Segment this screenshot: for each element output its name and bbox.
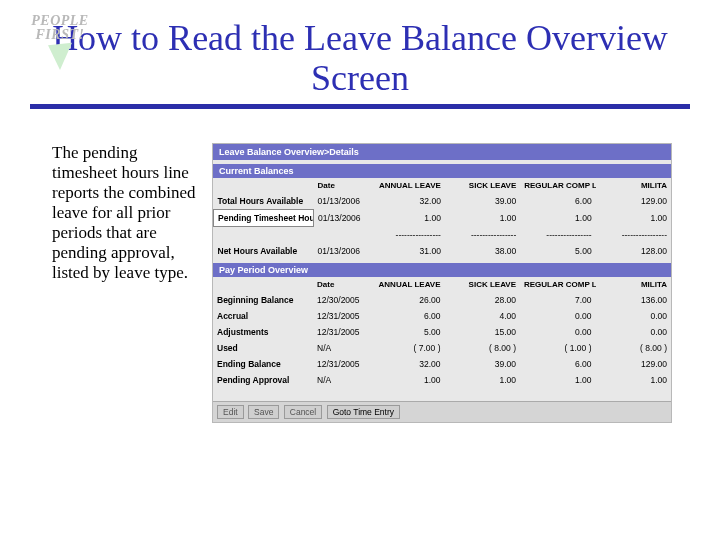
row-value: 5.00 — [369, 324, 445, 340]
row-date: 01/13/2006 — [314, 243, 370, 259]
row-date: 12/30/2005 — [313, 292, 369, 308]
row-value: 32.00 — [369, 356, 445, 372]
table-row: Pending ApprovalN/A1.001.001.001.00 — [213, 372, 671, 388]
row-value: 1.00 — [520, 372, 596, 388]
row-value: 1.00 — [520, 210, 595, 227]
col-header: MILITA — [596, 178, 671, 193]
col-header — [214, 178, 314, 193]
goto-time-entry-button[interactable]: Goto Time Entry — [327, 405, 400, 419]
row-date: 01/13/2006 — [314, 210, 370, 227]
row-value: 6.00 — [369, 308, 445, 324]
row-date: N/A — [313, 372, 369, 388]
pay-period-table: DateANNUAL LEAVESICK LEAVEREGULAR COMP L… — [213, 277, 671, 388]
table-row: Ending Balance12/31/200532.0039.006.0012… — [213, 356, 671, 372]
row-label: Used — [213, 340, 313, 356]
row-value: 128.00 — [596, 243, 671, 259]
row-value: 1.00 — [445, 210, 520, 227]
row-value: 6.00 — [520, 356, 596, 372]
section-current-balances: Current Balances — [213, 164, 671, 178]
logo-line1: PEOPLE — [10, 14, 110, 28]
row-value: 39.00 — [445, 356, 521, 372]
row-value: 136.00 — [596, 292, 672, 308]
row-value: ( 8.00 ) — [445, 340, 521, 356]
row-value: 15.00 — [445, 324, 521, 340]
row-value: ---------------- — [445, 227, 520, 243]
row-label: Ending Balance — [213, 356, 313, 372]
row-value: 4.00 — [445, 308, 521, 324]
row-value: 39.00 — [445, 193, 520, 210]
col-header: ANNUAL LEAVE — [370, 178, 445, 193]
row-date: 01/13/2006 — [314, 193, 370, 210]
row-value: 0.00 — [520, 324, 596, 340]
row-label: Pending Timesheet Hours — [214, 210, 314, 227]
row-value: 1.00 — [370, 210, 445, 227]
col-header: REGULAR COMP LEAVE — [520, 277, 596, 292]
row-label: Adjustments — [213, 324, 313, 340]
row-value: ---------------- — [520, 227, 595, 243]
cancel-button[interactable]: Cancel — [284, 405, 322, 419]
row-value: 7.00 — [520, 292, 596, 308]
row-value: 26.00 — [369, 292, 445, 308]
row-value: 32.00 — [370, 193, 445, 210]
row-label: Total Hours Available — [214, 193, 314, 210]
row-value: 1.00 — [445, 372, 521, 388]
table-row: Accrual12/31/20056.004.000.000.00 — [213, 308, 671, 324]
current-balances-table: DateANNUAL LEAVESICK LEAVEREGULAR COMP L… — [213, 178, 671, 259]
row-date: 12/31/2005 — [313, 356, 369, 372]
row-label: Net Hours Available — [214, 243, 314, 259]
row-value: 0.00 — [596, 324, 672, 340]
row-value: ---------------- — [370, 227, 445, 243]
row-value: 1.00 — [596, 372, 672, 388]
screenshot-header: Leave Balance Overview>Details — [213, 144, 671, 160]
row-value: 129.00 — [596, 193, 671, 210]
row-label: Accrual — [213, 308, 313, 324]
row-date: 12/31/2005 — [313, 308, 369, 324]
row-value: 1.00 — [369, 372, 445, 388]
row-value: 28.00 — [445, 292, 521, 308]
save-button[interactable]: Save — [248, 405, 279, 419]
row-value: ( 1.00 ) — [520, 340, 596, 356]
col-header: SICK LEAVE — [445, 178, 520, 193]
col-header: Date — [314, 178, 370, 193]
row-value: 6.00 — [520, 193, 595, 210]
row-value: 0.00 — [520, 308, 596, 324]
row-value: ( 8.00 ) — [596, 340, 672, 356]
row-value: 31.00 — [370, 243, 445, 259]
col-header: Date — [313, 277, 369, 292]
page-title: How to Read the Leave Balance Overview S… — [40, 18, 680, 98]
row-date: 12/31/2005 — [313, 324, 369, 340]
title-underline — [30, 104, 690, 109]
row-value: 5.00 — [520, 243, 595, 259]
table-row: Beginning Balance12/30/200526.0028.007.0… — [213, 292, 671, 308]
table-row: UsedN/A( 7.00 )( 8.00 )( 1.00 )( 8.00 ) — [213, 340, 671, 356]
row-value: 38.00 — [445, 243, 520, 259]
row-value: ( 7.00 ) — [369, 340, 445, 356]
table-row: Adjustments12/31/20055.0015.000.000.00 — [213, 324, 671, 340]
logo-line2: FIRST! — [10, 28, 110, 42]
row-label: Pending Approval — [213, 372, 313, 388]
row-value: 129.00 — [596, 356, 672, 372]
people-first-logo: PEOPLE FIRST! — [10, 14, 110, 70]
col-header: SICK LEAVE — [445, 277, 521, 292]
row-value: 1.00 — [596, 210, 671, 227]
button-bar: Edit Save Cancel Goto Time Entry — [213, 401, 671, 422]
row-value: ---------------- — [596, 227, 671, 243]
col-header: REGULAR COMP LEAVE — [520, 178, 595, 193]
row-label: Beginning Balance — [213, 292, 313, 308]
table-row: Total Hours Available01/13/200632.0039.0… — [214, 193, 672, 210]
col-header — [213, 277, 313, 292]
row-date — [314, 227, 370, 243]
florida-shape-icon — [48, 43, 72, 72]
col-header: MILITA — [596, 277, 672, 292]
row-label — [214, 227, 314, 243]
description-text: The pending timesheet hours line reports… — [30, 143, 200, 423]
row-date: N/A — [313, 340, 369, 356]
table-row: Net Hours Available01/13/200631.0038.005… — [214, 243, 672, 259]
row-value: 0.00 — [596, 308, 672, 324]
leave-balance-screenshot: Leave Balance Overview>Details Current B… — [212, 143, 672, 423]
col-header: ANNUAL LEAVE — [369, 277, 445, 292]
table-row: ----------------------------------------… — [214, 227, 672, 243]
edit-button[interactable]: Edit — [217, 405, 244, 419]
table-row: Pending Timesheet Hours01/13/20061.001.0… — [214, 210, 672, 227]
section-pay-period: Pay Period Overview — [213, 263, 671, 277]
